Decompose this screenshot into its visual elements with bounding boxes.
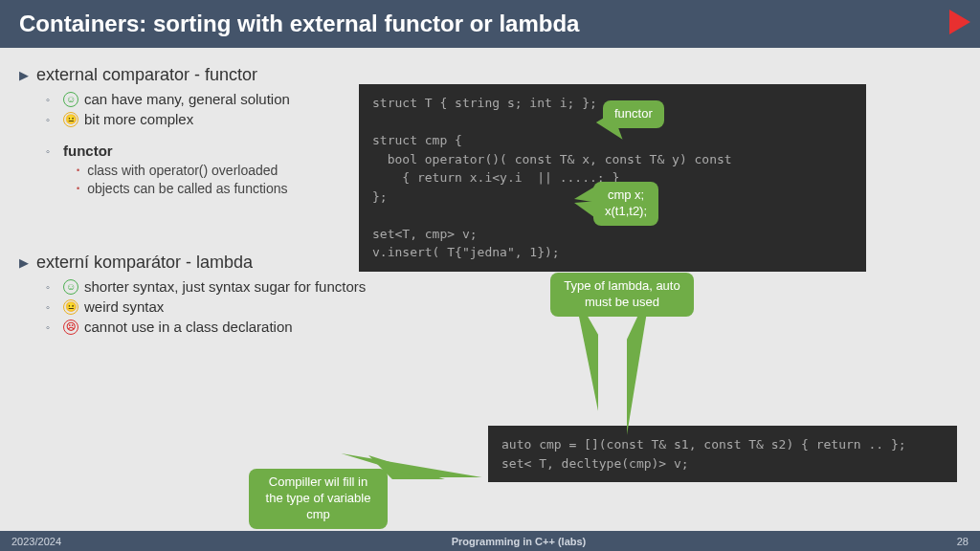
bullet-text: bit more complex [84, 111, 193, 127]
triangle-bullet-icon: ▶ [19, 68, 29, 82]
ring-bullet-icon: ◦ [46, 301, 56, 313]
bullet-text-bold: functor [63, 143, 113, 159]
footer-year: 2023/2024 [0, 536, 115, 547]
section-title-text: external comparator - functor [36, 65, 257, 85]
ring-bullet-icon: ◦ [46, 114, 56, 125]
neutral-icon: 😐 [63, 112, 78, 127]
smile-icon: ☺ [63, 279, 78, 295]
footer-page-number: 28 [923, 536, 980, 547]
callout-type: Type of lambda, auto must be used [550, 273, 694, 317]
slide-header: Containers: sorting with external functo… [0, 0, 980, 48]
callout-compiler: Compiller wil fill in the type of variab… [249, 469, 388, 529]
bullet-item: ◦ 😐 weird syntax [46, 298, 961, 315]
frown-icon: ☹ [63, 320, 78, 335]
bullet-text: weird syntax [84, 298, 164, 315]
ring-bullet-icon: ◦ [46, 145, 56, 157]
code-block-lambda: auto cmp = [](const T& s1, const T& s2) … [488, 426, 957, 482]
slide-title: Containers: sorting with external functo… [19, 11, 579, 37]
next-arrow-icon[interactable] [949, 10, 970, 34]
bullet-item: ◦ ☹ cannot use in a class declaration [46, 319, 961, 335]
bullet-item: ◦ ☺ shorter syntax, just syntax sugar fo… [46, 278, 961, 295]
ring-bullet-icon: ◦ [46, 94, 56, 105]
section-functor-title: ▶ external comparator - functor [19, 65, 961, 85]
callout-cmp: cmp x; x(t1,t2); [593, 182, 658, 226]
bullet-text: can have many, general solution [84, 91, 290, 107]
slide: Containers: sorting with external functo… [0, 0, 980, 551]
ring-bullet-icon: ◦ [46, 281, 56, 293]
ring-bullet-icon: ◦ [46, 321, 56, 333]
slide-content: ▶ external comparator - functor ◦ ☺ can … [0, 48, 980, 531]
callout-functor: functor [603, 100, 664, 128]
triangle-bullet-icon: ▶ [19, 255, 29, 270]
bullet-text: shorter syntax, just syntax sugar for fu… [84, 278, 366, 295]
dot-bullet-icon: • [77, 165, 79, 175]
bullet-text: cannot use in a class declaration [84, 319, 293, 335]
sub-bullet-text: class with operator() overloaded [87, 163, 278, 178]
neutral-icon: 😐 [63, 299, 78, 315]
sub-bullet-text: objects can be called as functions [87, 181, 287, 196]
dot-bullet-icon: • [77, 184, 79, 193]
section-title-text: externí komparátor - lambda [36, 253, 253, 273]
slide-footer: 2023/2024 Programming in C++ (labs) 28 [0, 531, 980, 551]
smile-icon: ☺ [63, 92, 78, 107]
footer-course: Programming in C++ (labs) [115, 536, 923, 547]
